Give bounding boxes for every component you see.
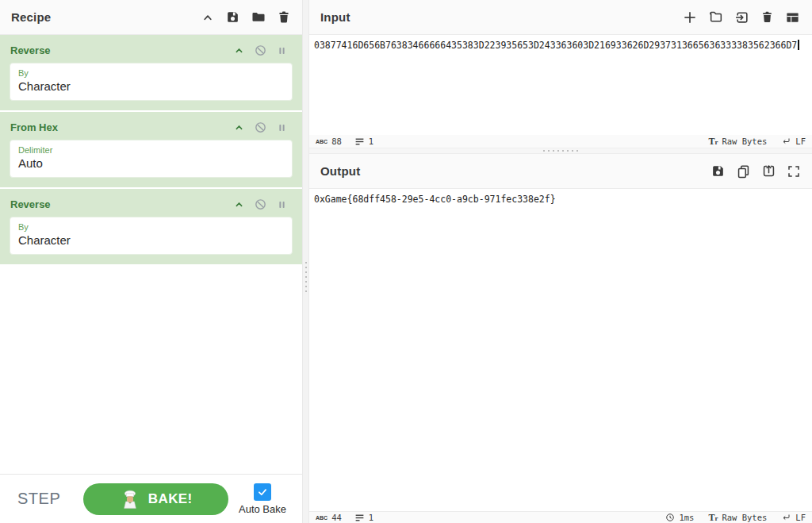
input-eol-value: LF	[795, 137, 806, 146]
arg-delimiter-dropdown[interactable]: Delimiter Auto	[10, 140, 293, 178]
auto-bake-label: Auto Bake	[239, 503, 286, 515]
cyberchef-app: Recipe Reverse By	[0, 0, 812, 523]
breakpoint-pause-icon[interactable]	[276, 44, 288, 57]
character-encoding-icon: Tr	[708, 136, 718, 148]
clock-icon	[665, 513, 675, 522]
input-header: Input	[309, 0, 812, 35]
recipe-title: Recipe	[11, 10, 51, 24]
arg-by-dropdown[interactable]: By Character	[10, 217, 293, 255]
maximise-output-icon[interactable]	[787, 164, 801, 179]
arg-value: Auto	[18, 156, 284, 171]
output-text: 0xGame{68dff458-29e5-4cc0-a9cb-971fec338…	[309, 189, 812, 210]
vertical-splitter-handle[interactable]	[305, 262, 307, 292]
disable-operation-icon[interactable]	[254, 44, 267, 57]
recipe-header: Recipe	[0, 0, 302, 35]
arg-value: Character	[18, 79, 284, 94]
bake-time-value: 1ms	[679, 513, 694, 522]
input-editor[interactable]: 03877416D656B76383466666435383D223935653…	[309, 35, 812, 135]
bake-controls: STEP BAKE! Auto Bake	[0, 474, 302, 523]
checkmark-icon	[257, 486, 268, 498]
arg-label: By	[18, 67, 284, 79]
open-file-as-input-icon[interactable]	[734, 10, 750, 25]
arg-label: By	[18, 221, 284, 233]
input-title: Input	[320, 10, 350, 24]
collapse-args-icon[interactable]	[233, 198, 245, 210]
input-line-count: 1	[369, 137, 373, 146]
save-output-icon[interactable]	[710, 163, 726, 179]
input-encoding-selector[interactable]: Tr Raw Bytes	[708, 136, 767, 148]
auto-bake-checkbox[interactable]	[254, 483, 271, 501]
breakpoint-pause-icon[interactable]	[276, 198, 288, 211]
breakpoint-pause-icon[interactable]	[276, 121, 288, 134]
copy-output-icon[interactable]	[736, 163, 751, 179]
load-recipe-folder-icon[interactable]	[251, 10, 266, 25]
bake-button-label: BAKE!	[148, 491, 193, 507]
carriage-return-icon	[781, 137, 791, 146]
output-line-count: 1	[369, 513, 373, 522]
input-encoding-value: Raw Bytes	[722, 137, 767, 146]
disable-operation-icon[interactable]	[254, 121, 267, 134]
clear-io-trash-icon[interactable]	[760, 10, 774, 25]
add-input-tab-plus-icon[interactable]	[682, 10, 698, 25]
output-char-count: 44	[331, 513, 342, 522]
output-viewer: 0xGame{68dff458-29e5-4cc0-a9cb-971fec338…	[309, 189, 812, 523]
clear-recipe-trash-icon[interactable]	[277, 10, 291, 25]
output-encoding-selector[interactable]: Tr Raw Bytes	[708, 512, 767, 523]
horizontal-splitter[interactable]	[309, 148, 812, 154]
input-statusbar: ABC88 1 Tr Raw Bytes LF	[309, 135, 812, 148]
line-count-icon	[354, 137, 365, 147]
text-caret	[798, 40, 799, 50]
operation-reverse-1[interactable]: Reverse By Character	[0, 35, 302, 110]
replace-input-with-output-icon[interactable]	[761, 163, 776, 179]
chevron-up-icon[interactable]	[201, 10, 215, 25]
line-count-icon	[354, 513, 365, 523]
collapse-args-icon[interactable]	[233, 44, 245, 56]
operation-reverse-2[interactable]: Reverse By Character	[0, 189, 302, 264]
recipe-pane: Recipe Reverse By	[0, 0, 302, 523]
input-eol-selector[interactable]: LF	[781, 137, 806, 146]
arg-label: Delimiter	[18, 144, 284, 156]
open-folder-icon[interactable]	[708, 10, 724, 25]
output-eol-value: LF	[795, 513, 806, 522]
vertical-splitter[interactable]	[302, 0, 309, 523]
disable-operation-icon[interactable]	[254, 198, 267, 211]
recipe-list: Reverse By Character From Hex	[0, 35, 302, 523]
bake-button[interactable]: BAKE!	[83, 483, 228, 515]
char-count-icon: ABC	[316, 139, 327, 144]
chef-icon	[120, 489, 140, 510]
step-button[interactable]: STEP	[11, 485, 67, 513]
output-eol-selector[interactable]: LF	[781, 513, 806, 522]
bake-time: 1ms	[665, 513, 694, 522]
operation-name: Reverse	[10, 198, 51, 210]
operation-name: From Hex	[10, 121, 58, 133]
input-char-count: 88	[331, 137, 342, 146]
horizontal-splitter-handle[interactable]	[543, 150, 578, 152]
save-recipe-icon[interactable]	[225, 10, 240, 25]
output-encoding-value: Raw Bytes	[722, 513, 767, 522]
operation-from-hex[interactable]: From Hex Delimiter Auto	[0, 112, 302, 187]
io-pane: Input 03877416D656B76383466666435383D223…	[309, 0, 812, 523]
reset-layout-icon[interactable]	[784, 10, 801, 25]
arg-value: Character	[18, 233, 284, 248]
input-text[interactable]: 03877416D656B76383466666435383D223935653…	[314, 40, 797, 51]
char-count-icon: ABC	[316, 515, 327, 521]
character-encoding-icon: Tr	[708, 512, 718, 523]
auto-bake-toggle[interactable]: Auto Bake	[234, 483, 291, 515]
output-header: Output	[309, 154, 812, 189]
operation-name: Reverse	[10, 44, 51, 56]
carriage-return-icon	[781, 513, 791, 522]
arg-by-dropdown[interactable]: By Character	[10, 63, 293, 101]
collapse-args-icon[interactable]	[233, 121, 245, 133]
output-statusbar: ABC44 1 1ms Tr Raw Bytes LF	[309, 511, 812, 523]
output-title: Output	[320, 164, 360, 178]
